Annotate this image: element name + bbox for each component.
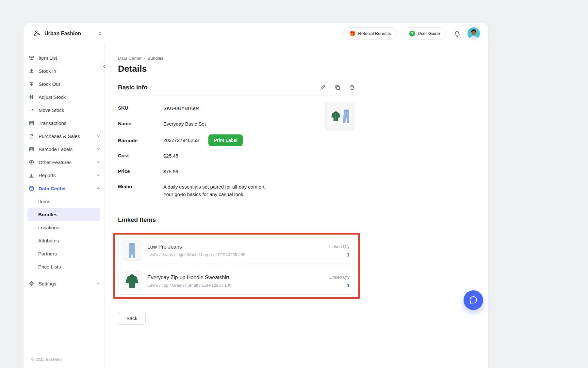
- field-label: Memo: [118, 183, 163, 189]
- field-value: SKU-0UYBH604: [163, 105, 200, 112]
- sidebar-item-label: Item List: [39, 55, 57, 61]
- sidebar-subitem-label: Partners: [38, 251, 57, 256]
- edit-button[interactable]: [320, 84, 326, 90]
- memo-line-1: A daily essentials set paired for all-da…: [163, 183, 266, 191]
- annotation-highlight-box: Low Pro Jeans Levi's / Jeans / Light Was…: [113, 233, 360, 299]
- sidebar-subitem-partners[interactable]: Partners: [27, 247, 100, 260]
- linked-item-row[interactable]: Low Pro Jeans Levi's / Jeans / Light Was…: [118, 237, 355, 264]
- sidebar-item-stock-out[interactable]: Stock Out: [24, 77, 104, 90]
- field-value: $25.45: [163, 152, 178, 160]
- field-value: 2032727946253: [163, 137, 199, 144]
- delete-button[interactable]: [349, 84, 355, 90]
- sidebar-item-barcode-labels[interactable]: Barcode Labels: [24, 143, 104, 156]
- sidebar-item-data-center[interactable]: Data Center: [24, 182, 104, 195]
- hoodie-image: [330, 110, 341, 123]
- breadcrumb-data-center[interactable]: Data Center: [118, 56, 142, 61]
- sidebar-item-item-list[interactable]: Item List: [24, 51, 104, 64]
- sidebar-item-settings[interactable]: Settings: [24, 277, 104, 290]
- field-label: Price: [118, 168, 163, 174]
- copy-icon: [335, 84, 340, 90]
- linked-qty-label: Linked Qty: [329, 275, 350, 280]
- sidebar-item-label: Stock In: [39, 68, 56, 74]
- sidebar-item-transactions[interactable]: Transactions: [24, 116, 104, 130]
- up-down-arrows-icon: [29, 94, 34, 100]
- field-label: SKU: [118, 105, 163, 111]
- bar-chart-icon: [29, 173, 34, 178]
- sidebar-item-label: Data Center: [39, 186, 66, 191]
- trash-icon: [349, 84, 355, 90]
- user-avatar[interactable]: [467, 27, 480, 40]
- gift-icon: 🎁: [349, 31, 355, 36]
- chevron-down-icon: [96, 147, 100, 151]
- chat-bubble-icon: [469, 296, 478, 305]
- basic-info-fields: SKU SKU-0UYBH604 Name Everyday Basic Set…: [118, 105, 355, 198]
- sidebar-item-label: Barcode Labels: [39, 146, 73, 152]
- notifications-button[interactable]: [454, 30, 461, 37]
- plus-circle-icon: [29, 160, 34, 165]
- sidebar-subitem-locations[interactable]: Locations: [27, 221, 100, 234]
- memo-line-2: Your go-to basics for any casual look.: [163, 191, 266, 198]
- chevron-down-icon: [96, 282, 100, 285]
- sidebar-item-label: Move Stock: [39, 107, 64, 113]
- field-memo: Memo A daily essentials set paired for a…: [118, 183, 355, 198]
- chevron-up-icon: [96, 186, 100, 190]
- app-window: Urban Fashion 🎁 Referral Benefits ? User…: [24, 23, 488, 368]
- bell-icon: [454, 30, 461, 37]
- sidebar-item-reports[interactable]: Reports: [24, 169, 104, 182]
- database-icon: [29, 186, 34, 191]
- top-header: Urban Fashion 🎁 Referral Benefits ? User…: [24, 23, 488, 44]
- divider: [118, 96, 355, 96]
- sidebar-subitem-bundles[interactable]: Bundles: [27, 208, 100, 221]
- sidebar-item-label: Reports: [39, 173, 56, 178]
- sidebar-collapse-button[interactable]: [100, 63, 108, 70]
- breadcrumb-separator: /: [144, 56, 145, 61]
- basic-info-title: Basic Info: [118, 84, 148, 91]
- linked-qty-block: Linked Qty 1: [329, 244, 351, 257]
- chevron-down-icon: [96, 134, 100, 138]
- linked-item-name: Low Pro Jeans: [147, 244, 245, 250]
- sidebar-item-purchases-sales[interactable]: Purchases & Sales: [24, 130, 104, 143]
- sidebar-item-label: Settings: [39, 281, 56, 286]
- duplicate-button[interactable]: [335, 84, 340, 90]
- field-value: Everyday Basic Set: [163, 120, 206, 128]
- linked-item-attributes: Levi's / Jeans / Light Wash / Large / LP…: [147, 252, 245, 257]
- hoodie-thumbnail: [122, 271, 142, 291]
- user-guide-button[interactable]: ? User Guide: [403, 27, 446, 40]
- box-icon: [29, 55, 34, 61]
- linked-item-row[interactable]: Everyday Zip-up Hoodie Sweatshirt Levi's…: [118, 268, 355, 295]
- referral-benefits-label: Referral Benefits: [358, 31, 391, 36]
- field-label: Name: [118, 120, 163, 126]
- field-value: $75.99: [163, 168, 178, 176]
- field-value: A daily essentials set paired for all-da…: [163, 183, 266, 198]
- workspace: Urban Fashion: [32, 29, 81, 38]
- print-label-button[interactable]: Print Label: [208, 134, 242, 146]
- sidebar-subitem-attributes[interactable]: Attributes: [27, 234, 100, 247]
- arrow-up-icon: [29, 81, 34, 87]
- breadcrumb-bundles[interactable]: Bundles: [148, 56, 164, 61]
- linked-qty-value: 1: [329, 283, 350, 288]
- sidebar-subitem-label: Locations: [38, 225, 59, 230]
- sidebar-item-label: Transactions: [39, 120, 66, 126]
- chevron-down-icon: [96, 173, 100, 177]
- gear-icon: [29, 281, 34, 286]
- sidebar-item-stock-in[interactable]: Stock In: [24, 64, 104, 77]
- field-label: Barcode: [118, 137, 163, 143]
- linked-qty-label: Linked Qty: [329, 244, 350, 249]
- question-icon: ?: [409, 31, 415, 37]
- back-button[interactable]: Back: [118, 312, 146, 325]
- document-icon: [29, 133, 34, 139]
- bundle-product-image: [325, 102, 355, 130]
- header-actions: 🎁 Referral Benefits ? User Guide: [343, 27, 480, 40]
- workspace-switcher-icon[interactable]: [98, 31, 102, 36]
- sidebar-item-adjust-stock[interactable]: Adjust Stock: [24, 90, 104, 103]
- sidebar-item-other-features[interactable]: Other Features: [24, 156, 104, 169]
- sidebar-item-label: Stock Out: [39, 81, 60, 87]
- sidebar-subitem-items[interactable]: Items: [27, 195, 100, 208]
- chat-support-button[interactable]: [464, 290, 483, 310]
- arrow-down-icon: [29, 68, 34, 74]
- pencil-icon: [320, 84, 326, 90]
- sidebar-item-move-stock[interactable]: Move Stock: [24, 103, 104, 116]
- sidebar-subitem-price-lists[interactable]: Price Lists: [27, 260, 100, 273]
- field-name: Name Everyday Basic Set: [118, 120, 355, 128]
- referral-benefits-button[interactable]: 🎁 Referral Benefits: [343, 27, 397, 40]
